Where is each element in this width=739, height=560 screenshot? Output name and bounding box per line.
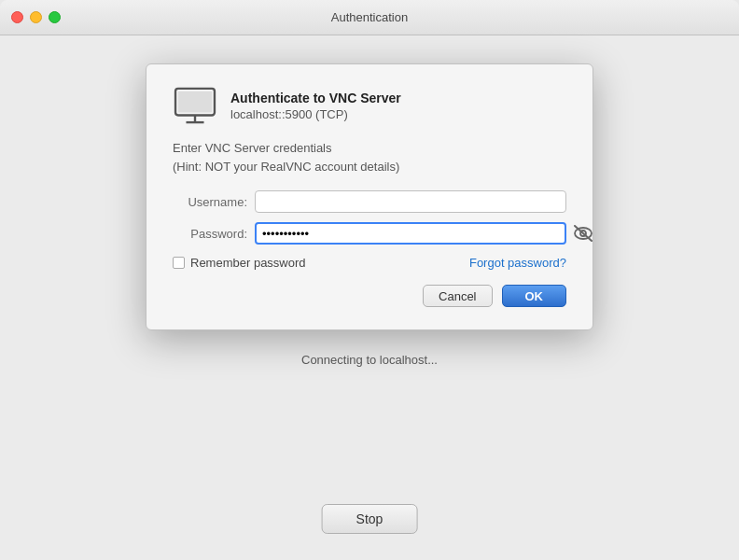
dialog-buttons: Cancel OK — [173, 285, 566, 307]
close-button[interactable] — [11, 11, 23, 23]
remember-row: Remember password Forgot password? — [173, 256, 566, 270]
forgot-password-link[interactable]: Forgot password? — [469, 256, 566, 270]
dialog-subtitle: localhost::5900 (TCP) — [230, 107, 401, 121]
svg-rect-3 — [178, 91, 212, 113]
username-label: Username: — [173, 195, 247, 209]
eye-hidden-icon — [573, 225, 593, 242]
authentication-dialog: Authenticate to VNC Server localhost::59… — [146, 63, 593, 330]
stop-button[interactable]: Stop — [322, 504, 418, 534]
remember-label: Remember password — [190, 256, 306, 270]
main-background: Authenticate to VNC Server localhost::59… — [0, 35, 739, 560]
window-controls — [11, 11, 61, 23]
dialog-hint: Enter VNC Server credentials (Hint: NOT … — [173, 139, 566, 175]
cancel-button[interactable]: Cancel — [423, 285, 492, 307]
username-input[interactable] — [255, 190, 566, 213]
remember-left: Remember password — [173, 256, 306, 270]
username-row: Username: — [173, 190, 566, 213]
dialog-header-text: Authenticate to VNC Server localhost::59… — [230, 91, 401, 121]
ok-button[interactable]: OK — [502, 285, 567, 307]
maximize-button[interactable] — [49, 11, 61, 23]
dialog-title: Authenticate to VNC Server — [230, 91, 401, 105]
password-label: Password: — [173, 227, 247, 241]
remember-checkbox[interactable] — [173, 257, 185, 269]
dialog-header: Authenticate to VNC Server localhost::59… — [173, 87, 566, 124]
title-bar: Authentication — [0, 0, 739, 35]
password-row: Password: — [173, 222, 566, 245]
status-text: Connecting to localhost... — [301, 353, 438, 367]
toggle-password-button[interactable] — [570, 220, 596, 246]
monitor-icon — [173, 87, 217, 124]
window-title: Authentication — [331, 10, 408, 24]
password-wrapper — [255, 222, 566, 245]
password-input[interactable] — [255, 222, 566, 245]
minimize-button[interactable] — [30, 11, 42, 23]
